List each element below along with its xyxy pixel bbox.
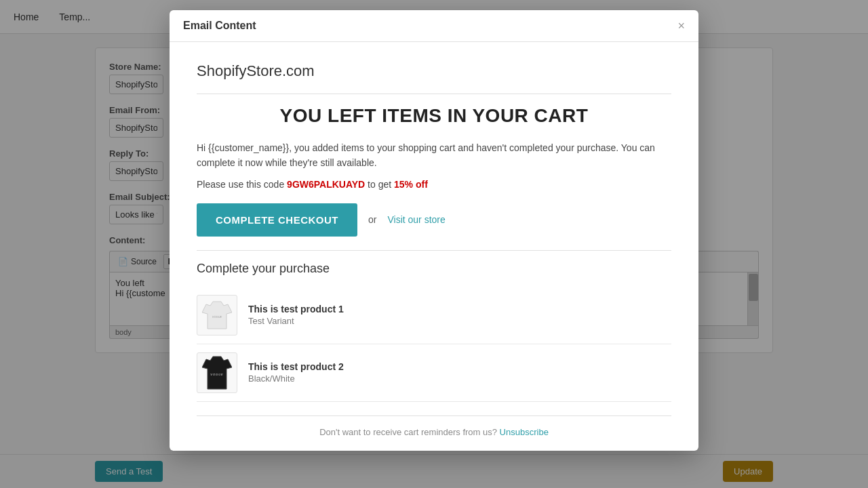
discount-text: 15% off — [394, 179, 428, 190]
footer-text: Don't want to receive cart reminders fro… — [319, 427, 499, 437]
svg-text:VOGUE: VOGUE — [212, 315, 222, 319]
modal-body: ShopifyStore.com YOU LEFT ITEMS IN YOUR … — [170, 42, 698, 451]
product-name-2: This is test product 2 — [248, 361, 344, 372]
product-image-2: VOGUE — [197, 352, 237, 393]
svg-text:VOGUE: VOGUE — [210, 373, 223, 376]
email-body-text: Hi {{customer_name}}, you added items to… — [197, 140, 671, 171]
email-store-name: ShopifyStore.com — [197, 62, 671, 80]
white-shirt-icon: VOGUE — [202, 300, 232, 330]
modal-title: Email Content — [183, 20, 256, 32]
promo-code: 9GW6PALKUAYD — [287, 179, 365, 190]
product-item-1: VOGUE This is test product 1 Test Varian… — [197, 287, 671, 344]
email-content-modal: Email Content × ShopifyStore.com YOU LEF… — [170, 10, 698, 451]
modal-header: Email Content × — [170, 10, 698, 42]
email-promo-text: Please use this code 9GW6PALKUAYD to get… — [197, 179, 671, 190]
promo-suffix: to get — [365, 179, 394, 190]
black-shirt-icon: VOGUE — [202, 355, 232, 390]
complete-checkout-button[interactable]: COMPLETE CHECKOUT — [197, 203, 357, 237]
email-top-divider — [197, 94, 671, 94]
product-item-2: VOGUE This is test product 2 Black/White — [197, 344, 671, 402]
product-info-2: This is test product 2 Black/White — [248, 361, 344, 384]
visit-store-link[interactable]: Visit our store — [387, 214, 445, 225]
section-title: Complete your purchase — [197, 262, 671, 276]
unsubscribe-link[interactable]: Unsubscribe — [500, 427, 549, 437]
email-headline: YOU LEFT ITEMS IN YOUR CART — [197, 105, 671, 127]
promo-prefix: Please use this code — [197, 179, 287, 190]
email-footer: Don't want to receive cart reminders fro… — [197, 415, 671, 437]
product-variant-2: Black/White — [248, 373, 344, 384]
email-mid-divider — [197, 250, 671, 251]
modal-close-button[interactable]: × — [677, 20, 685, 32]
modal-overlay: Email Content × ShopifyStore.com YOU LEF… — [0, 0, 868, 488]
product-variant-1: Test Variant — [248, 316, 344, 326]
product-info-1: This is test product 1 Test Variant — [248, 304, 344, 326]
product-image-1: VOGUE — [197, 295, 237, 336]
cta-or-text: or — [368, 214, 376, 225]
cta-row: COMPLETE CHECKOUT or Visit our store — [197, 203, 671, 237]
product-name-1: This is test product 1 — [248, 304, 344, 314]
